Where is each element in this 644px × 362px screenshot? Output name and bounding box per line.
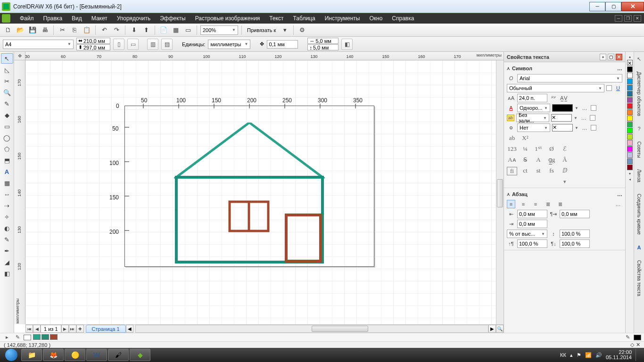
caps-icon[interactable]: 123 bbox=[507, 145, 517, 153]
outline-lock-checkbox[interactable] bbox=[591, 125, 596, 131]
task-coreldraw-icon[interactable]: ◆ bbox=[130, 349, 150, 361]
outline-swatch[interactable]: ✕ bbox=[552, 124, 573, 132]
fill-swatch[interactable] bbox=[552, 104, 573, 112]
ordinal-icon[interactable]: 1ˢᵗ bbox=[533, 145, 544, 153]
docker-close-icon[interactable]: ✕ bbox=[616, 54, 622, 60]
menu-table[interactable]: Таблица bbox=[289, 15, 320, 22]
menu-file[interactable]: Файл bbox=[15, 15, 39, 22]
docker-collapse-icon[interactable]: » bbox=[600, 54, 606, 60]
after-para-input[interactable]: 100,0 % bbox=[560, 239, 590, 248]
docker-undock-icon[interactable]: ▢ bbox=[608, 54, 614, 60]
palette-swatch-7[interactable] bbox=[627, 109, 633, 115]
maximize-button[interactable]: ▢ bbox=[605, 2, 621, 11]
app-launcher-icon[interactable]: ▦ bbox=[171, 25, 181, 35]
task-word-icon[interactable]: W bbox=[86, 349, 107, 361]
tab-lens[interactable]: Линза bbox=[636, 166, 642, 185]
menu-help[interactable]: Справка bbox=[387, 15, 419, 22]
drawing-surface[interactable]: 50 100 150 200 250 300 350 0 50 100 150 … bbox=[25, 60, 504, 324]
palette-down-icon[interactable]: ▾ bbox=[626, 171, 634, 176]
zoom-nav-icon[interactable]: 🔍 bbox=[496, 325, 504, 333]
docker-tab-text-icon[interactable]: A bbox=[635, 243, 644, 252]
effects-tool-icon[interactable]: ✧ bbox=[1, 212, 13, 222]
smallcaps-icon[interactable]: Aᴀ bbox=[507, 156, 517, 164]
tab-join-curves[interactable]: Соединить кривые bbox=[636, 191, 642, 238]
st-icon[interactable]: st bbox=[533, 167, 544, 175]
palette-swatch-16[interactable] bbox=[627, 165, 633, 170]
section-expand-icon[interactable]: ▾ bbox=[507, 178, 622, 186]
bg-swatch[interactable]: ✕ bbox=[551, 114, 572, 122]
bg-fill-combo[interactable]: Без зали...▼ bbox=[516, 114, 549, 122]
welcome-icon[interactable]: ▭ bbox=[183, 25, 193, 35]
palette-swatch-10[interactable] bbox=[627, 128, 633, 133]
portrait-icon[interactable]: ▯ bbox=[113, 39, 124, 50]
house-drawing[interactable] bbox=[174, 123, 325, 265]
ct-icon[interactable]: ct bbox=[520, 167, 530, 175]
indent-first-input[interactable]: 0,0 мм bbox=[560, 210, 590, 218]
palette-swatch-9[interactable] bbox=[627, 122, 633, 127]
doc-palette-eyedropper-icon[interactable]: ✎ bbox=[13, 333, 22, 342]
start-button[interactable] bbox=[2, 348, 21, 362]
doc-swatch-1[interactable] bbox=[41, 334, 49, 340]
page-width-input[interactable]: ⬌210,0 мм bbox=[76, 38, 110, 44]
connector-tool-icon[interactable]: ⇢ bbox=[1, 200, 13, 211]
menu-arrange[interactable]: Упорядочить bbox=[112, 15, 155, 22]
tray-network-icon[interactable]: 📶 bbox=[585, 352, 592, 358]
open-icon[interactable]: 📂 bbox=[15, 25, 25, 35]
tray-flag-icon[interactable]: ⚑ bbox=[577, 352, 581, 358]
duplicate-x-input[interactable]: ↔5,0 мм bbox=[307, 38, 339, 44]
menu-effects[interactable]: Эффекты bbox=[155, 15, 190, 22]
mdi-minimize-button[interactable]: ─ bbox=[615, 15, 622, 22]
superscript-icon[interactable]: X² bbox=[520, 134, 530, 142]
tray-clock[interactable]: 22:00 05.11.2014 bbox=[606, 350, 632, 360]
duplicate-y-input[interactable]: ↕5,0 мм bbox=[307, 44, 339, 50]
font-style-combo[interactable]: Обычный▼ bbox=[507, 84, 604, 92]
style-lock-checkbox[interactable] bbox=[606, 85, 612, 91]
next-page-button[interactable]: ▶ bbox=[61, 325, 69, 333]
table-tool-icon[interactable]: ▦ bbox=[1, 178, 13, 188]
dimension-tool-icon[interactable]: ↔ bbox=[1, 189, 13, 199]
font-combo[interactable]: Arial▼ bbox=[517, 74, 622, 82]
fill-tool-icon[interactable]: ◢ bbox=[1, 257, 13, 267]
palette-up-icon[interactable]: ▴ bbox=[626, 54, 634, 59]
export-icon[interactable]: ⬆ bbox=[141, 25, 151, 35]
vertical-ruler[interactable]: миллиметры 170160150140130120 bbox=[14, 60, 25, 324]
task-firefox-icon[interactable]: 🦊 bbox=[43, 349, 64, 361]
page-tab-1[interactable]: Страница 1 bbox=[86, 325, 126, 333]
docker-title[interactable]: Свойства текста » ▢ ✕ bbox=[504, 52, 625, 62]
current-page-icon[interactable]: ▤ bbox=[161, 39, 173, 50]
menu-text[interactable]: Текст bbox=[264, 15, 288, 22]
contextual-icon[interactable]: ⅅ bbox=[560, 167, 570, 175]
new-icon[interactable]: 🗋 bbox=[3, 25, 13, 35]
fill-more-icon[interactable]: … bbox=[580, 104, 589, 112]
zoom-combo[interactable]: 200%▼ bbox=[200, 25, 238, 35]
menu-view[interactable]: Вид bbox=[67, 15, 87, 22]
para-more-icon[interactable]: … bbox=[614, 200, 622, 208]
mdi-close-button[interactable]: ✕ bbox=[634, 15, 641, 22]
minimize-button[interactable]: ─ bbox=[589, 2, 605, 11]
doc-swatch-0[interactable] bbox=[33, 334, 41, 340]
palette-swatch-4[interactable] bbox=[627, 91, 633, 97]
docker-tab-arrow-icon[interactable]: ↖ bbox=[635, 55, 644, 63]
fill-type-combo[interactable]: Одноро...▼ bbox=[517, 104, 550, 112]
no-color-swatch[interactable]: ✕ bbox=[627, 60, 633, 66]
publish-pdf-icon[interactable]: 📄 bbox=[158, 25, 169, 35]
underline-icon[interactable]: U bbox=[614, 84, 622, 92]
ruler-origin-icon[interactable]: ✥ bbox=[14, 52, 25, 60]
align-justify-icon[interactable]: ≣ bbox=[544, 200, 552, 208]
show-desktop-button[interactable] bbox=[636, 349, 639, 361]
outline-combo[interactable]: Нет▼ bbox=[517, 123, 550, 132]
undo-icon[interactable]: ↶ bbox=[99, 25, 109, 35]
palette-swatch-0[interactable] bbox=[627, 66, 633, 72]
freehand-tool-icon[interactable]: ✎ bbox=[1, 99, 13, 109]
crop-tool-icon[interactable]: ✂ bbox=[1, 76, 13, 86]
palette-expand-icon[interactable]: ◂ bbox=[626, 176, 634, 182]
interactive-fill-tool-icon[interactable]: ◧ bbox=[1, 268, 13, 279]
line-spacing-input[interactable]: 100,0 % bbox=[560, 230, 590, 238]
horizontal-scrollbar[interactable] bbox=[135, 325, 488, 333]
smart-fill-tool-icon[interactable]: ◆ bbox=[1, 110, 13, 120]
rectangle-tool-icon[interactable]: ▭ bbox=[1, 121, 13, 132]
task-explorer-icon[interactable]: 📁 bbox=[21, 349, 42, 361]
align-full-icon[interactable]: ≣ bbox=[556, 200, 564, 208]
align-right-icon[interactable]: ≡ bbox=[531, 200, 540, 208]
palette-swatch-5[interactable] bbox=[627, 97, 633, 103]
